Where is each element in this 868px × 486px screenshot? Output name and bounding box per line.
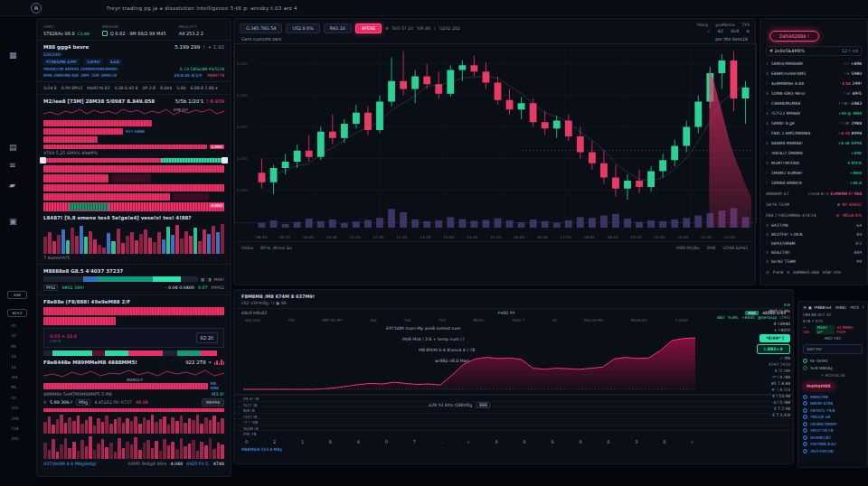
- watchlist-row[interactable]: 6888M8 M8M88!+8 488998: [766, 138, 862, 148]
- option-toggle-1[interactable]: %r8 M8K8g: [803, 366, 863, 370]
- market-link[interactable]: W5M82/82: [803, 435, 863, 440]
- bottom-left-label[interactable]: M88M8/8 503.8 M8g: [234, 444, 793, 452]
- depth-analysis-panel: F8M8M8 /M8 674M 8 637M9! F62 V3FM/8g: !)…: [233, 289, 794, 464]
- apps-icon[interactable]: ▣: [9, 217, 17, 226]
- progress-icon[interactable]: ▦: [201, 277, 204, 282]
- wallet-icon[interactable]: ▰: [9, 181, 15, 190]
- ratio-handle-right[interactable]: [222, 157, 228, 164]
- section-header-values: 922 2T8▾: [185, 360, 224, 365]
- highlight-badge[interactable]: M4M4M88: [803, 383, 835, 389]
- progress-icon[interactable]: ◨: [207, 277, 211, 282]
- gear-icon[interactable]: ⊛: [746, 29, 750, 33]
- chart-footer-item[interactable]: 89!4. /8!me &v: [260, 246, 292, 250]
- add-link[interactable]: + M2/r44.26: [803, 373, 863, 378]
- buy-sell-ratio-bar[interactable]: [40, 157, 228, 164]
- link-chip[interactable]: 9788&M8 &99!: [43, 59, 80, 65]
- watchlist-row[interactable]: !C8888/MvM88! ! 8!-2483: [766, 98, 862, 108]
- rail-pill-1[interactable]: 62+2: [7, 309, 27, 317]
- check-icon[interactable]: ✓: [707, 29, 711, 33]
- market-link[interactable]: N8OM 6298: [803, 401, 863, 406]
- candlestick-chart[interactable]: 4,4204,3804,3404,3004,260: [234, 43, 757, 235]
- watchlist-row[interactable]: !5M8M2 8vM88!+M88: [766, 168, 862, 178]
- rail-pill-0[interactable]: 648: [7, 291, 27, 299]
- column-number: M04%: [473, 318, 484, 322]
- chart-icon[interactable]: ▤: [9, 143, 17, 152]
- stat-tab[interactable]: V.38 0.43 8: [114, 86, 137, 90]
- stat-tab[interactable]: 6.88 8 2.88 ▾: [190, 86, 217, 90]
- value-text[interactable]: 6925 F0.5.: [186, 462, 210, 466]
- timeframe-button[interactable]: 4PENE: [355, 23, 382, 33]
- timeframe-button[interactable]: G.345.78G 54: [240, 23, 282, 33]
- x-axis-tick: 14:00: [443, 235, 454, 239]
- layers-icon[interactable]: ≡: [9, 161, 16, 170]
- value-text[interactable]: 037/8e8M 4.4 M8g8e8g!: [43, 462, 97, 466]
- stat-tab[interactable]: MART!N 83: [87, 86, 109, 90]
- hist-bar: [188, 418, 192, 434]
- alert-box: 9.03 + 28.4F88 862:20: [43, 328, 224, 348]
- mini-button[interactable]: M8998: [202, 398, 224, 407]
- buy-button[interactable]: *8/09* ): [760, 334, 790, 342]
- watchlist-row[interactable]: 4E88M/me88!8M5! 45980: [766, 69, 862, 79]
- market-link[interactable]: 58!M25 79/8: [803, 408, 863, 413]
- market-link[interactable]: hM/!988 8.N2: [803, 442, 863, 446]
- order-row-value[interactable]: 4 !.53.98: [772, 394, 790, 398]
- hist-bar: [138, 450, 142, 459]
- chart-footer-item[interactable]: Oslba: [241, 246, 253, 250]
- market-link[interactable]: M8M/298: [803, 395, 863, 399]
- indicator-icon[interactable]: BZ: [718, 29, 723, 33]
- order-row-value[interactable]: !* !.9.!88: [772, 375, 790, 379]
- order-row-value[interactable]: 4 !2.!09: [775, 369, 791, 373]
- amount-input[interactable]: [803, 344, 863, 354]
- watchlist-row[interactable]: !!88!A/2 5M8M8+898: [766, 148, 862, 158]
- watchlist-row[interactable]: !58M88 8M88!8+48.8: [766, 178, 862, 188]
- stat-tab[interactable]: 5/24 8: [43, 86, 57, 90]
- toolbar-link[interactable]: y/uPanna: [715, 23, 734, 27]
- stat-tab[interactable]: 09 2.8: [142, 86, 156, 90]
- summary-row[interactable]: 485A27/8!849: [766, 248, 862, 257]
- watchlist-row[interactable]: 4!57!22 M9888+99 @M88: [766, 108, 862, 118]
- stat-tab[interactable]: 5.80: [176, 86, 185, 90]
- timer-icon[interactable]: ◔: [803, 305, 807, 310]
- order-row-value[interactable]: 85 7.8.88: [771, 381, 790, 386]
- watchlist-row[interactable]: !Av8M8M8e 8.88- 8 88299!: [766, 79, 862, 89]
- dashboard-pill-button[interactable]: D45462884 !: [769, 31, 819, 42]
- overlay-icon[interactable]: 6V8: [731, 29, 739, 33]
- stat-tab[interactable]: 0.99 8953: [61, 86, 82, 90]
- summary-row[interactable]: !b893/5M8M3!2: [766, 238, 862, 248]
- grid-icon[interactable]: ▣: [808, 305, 812, 310]
- market-link[interactable]: V8!8M/78MM!: [803, 422, 863, 426]
- order-row-value[interactable]: 4 7.3.4!8: [772, 413, 790, 417]
- market-link[interactable]: /M/3!hM!58/: [803, 449, 863, 453]
- hist-bar: [146, 420, 150, 434]
- toolbar-text: %R.88: [417, 26, 430, 31]
- watchlist-row[interactable]: 450M8-GM3 98!v!! 4!49!5: [766, 89, 862, 98]
- watchlist-row[interactable]: 158M/4/9M888M- !.!+898: [766, 59, 862, 69]
- watchlist-row[interactable]: !F88! 2.8M5/M8M88!-8 488998: [766, 128, 862, 138]
- option-toggle-0[interactable]: KE GEM4: [803, 359, 863, 363]
- order-row-value[interactable]: 9- !.9.!23: [772, 388, 790, 392]
- exposure-link[interactable]: E88298!: [43, 52, 224, 57]
- order-row-value[interactable]: 4 7.2.98: [774, 407, 790, 411]
- toolbar-link[interactable]: !Gory: [696, 23, 708, 27]
- qr-icon[interactable]: ▦: [9, 51, 17, 60]
- order-row-value[interactable]: d !.5.!88: [773, 400, 790, 405]
- progress-icon[interactable]: M88!: [214, 277, 224, 282]
- watchlist-row[interactable]: 4MvM!!!M!F88!9 M9!8: [766, 158, 862, 168]
- ratio-handle-left[interactable]: [40, 157, 46, 164]
- summary-row[interactable]: 46927/9864: [766, 220, 862, 229]
- timeframe-button[interactable]: R43.18: [324, 23, 352, 33]
- timeframe-button[interactable]: U52.8 8%: [286, 23, 319, 33]
- market-link[interactable]: 5M//F!28 F8: [803, 428, 863, 433]
- summary-row[interactable]: 48037F4! +28!A84: [766, 229, 862, 238]
- toolbar-link[interactable]: TY3: [741, 23, 750, 27]
- confirm-check[interactable]: ✓ M8: [779, 356, 790, 360]
- watchlist-row[interactable]: 458M8! 8.g8! ! 8!2988: [766, 118, 862, 128]
- market-link[interactable]: !Mb4/8 A8: [803, 415, 863, 419]
- sparkline-annotation: M4M327: [127, 378, 143, 382]
- app-logo[interactable]: R: [31, 3, 42, 14]
- summary-row[interactable]: 4be!82 T58M99: [766, 257, 862, 266]
- link-chip[interactable]: &&8: [108, 59, 122, 65]
- link-chip[interactable]: 5/894!: [84, 59, 103, 65]
- limit-button[interactable]: !.883+#: [757, 344, 790, 354]
- stat-tab[interactable]: 8.044: [160, 86, 172, 90]
